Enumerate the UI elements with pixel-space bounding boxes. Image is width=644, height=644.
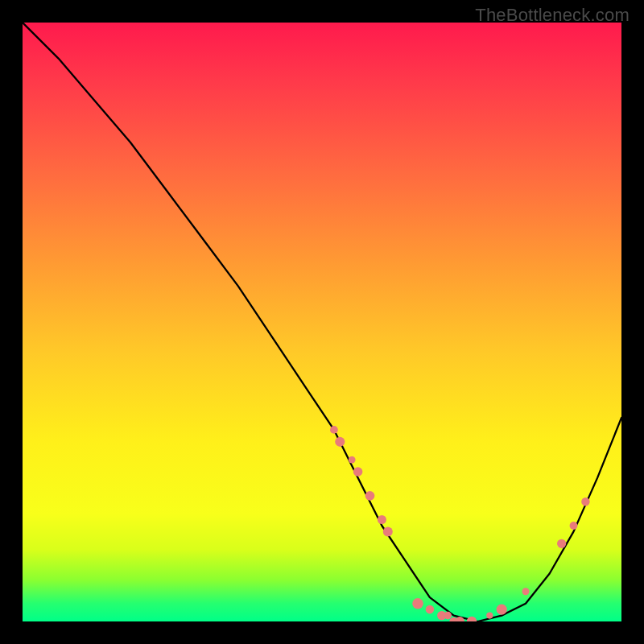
data-point-marker xyxy=(353,467,363,477)
data-point-marker xyxy=(444,612,452,620)
data-point-marker xyxy=(426,605,435,614)
data-point-marker xyxy=(412,598,423,609)
data-point-marker xyxy=(522,588,530,595)
data-point-marker xyxy=(383,526,393,536)
bottleneck-curve xyxy=(23,23,621,621)
data-point-marker xyxy=(581,497,589,506)
data-markers xyxy=(330,426,590,621)
data-point-marker xyxy=(335,437,345,447)
data-point-marker xyxy=(557,539,566,548)
data-point-marker xyxy=(570,522,578,530)
data-point-marker xyxy=(330,426,338,434)
data-point-marker xyxy=(349,456,356,464)
data-point-marker xyxy=(467,617,477,621)
data-point-marker xyxy=(378,515,386,524)
data-point-marker xyxy=(365,491,375,501)
data-point-marker xyxy=(497,605,507,615)
chart-plot-area xyxy=(23,23,621,621)
data-point-marker xyxy=(486,613,493,619)
chart-svg xyxy=(23,23,621,621)
watermark-text: TheBottleneck.com xyxy=(475,5,630,26)
